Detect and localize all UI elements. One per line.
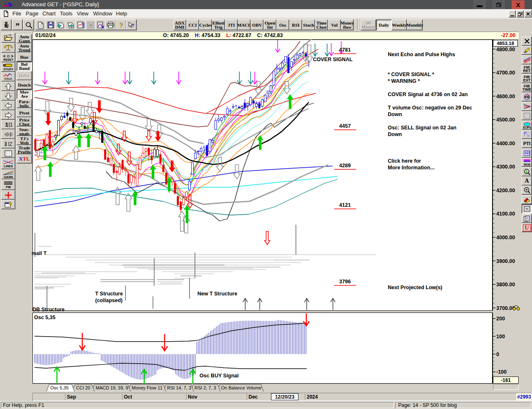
svg-text:1: 1 (5, 122, 8, 128)
svg-text:4600.00: 4600.00 (496, 94, 515, 99)
svg-text:1: 1 (10, 122, 12, 128)
svg-text:Sep: Sep (67, 394, 76, 400)
svg-text:4200.00: 4200.00 (496, 188, 515, 193)
svg-text:Nov: Nov (188, 394, 197, 400)
svg-text:On Balance Volume: On Balance Volume (221, 385, 261, 390)
svg-text:FIB: FIB (6, 185, 11, 189)
svg-text:3796: 3796 (339, 279, 351, 285)
svg-text:100: 100 (496, 334, 505, 340)
svg-text:1: 1 (525, 170, 527, 174)
svg-text:Money Flow 11: Money Flow 11 (132, 385, 163, 390)
svg-text:4781: 4781 (339, 47, 351, 53)
svg-text:RSI 14, 7, 3: RSI 14, 7, 3 (167, 385, 191, 390)
svg-text:-100: -100 (496, 369, 507, 375)
svg-text:4700.00: 4700.00 (496, 70, 515, 76)
svg-text:Elliott: Elliott (5, 77, 12, 80)
svg-text:4121: 4121 (339, 202, 351, 208)
svg-text:CCI 20: CCI 20 (76, 385, 90, 390)
svg-text:4300.00: 4300.00 (496, 164, 515, 170)
svg-text:4500.00: 4500.00 (496, 117, 515, 123)
svg-text:3900.00: 3900.00 (496, 258, 515, 264)
svg-text:4457: 4457 (339, 123, 351, 129)
svg-text:Osc 5,35: Osc 5,35 (50, 385, 69, 390)
svg-text:4400.00: 4400.00 (496, 141, 515, 146)
svg-text:FIB: FIB (525, 96, 529, 99)
svg-text:4000.00: 4000.00 (496, 235, 515, 240)
svg-text:2024: 2024 (307, 394, 318, 400)
svg-text:3800.00: 3800.00 (496, 282, 515, 288)
svg-text:MACD 19, 39, 9: MACD 19, 39, 9 (96, 385, 128, 390)
svg-text:MOB: MOB (524, 163, 530, 166)
svg-text:0: 0 (496, 352, 499, 357)
svg-text:4100.00: 4100.00 (496, 211, 515, 217)
svg-text:GANN: GANN (4, 175, 13, 178)
svg-text:RESET: RESET (3, 58, 13, 61)
svg-text:RSI 2, 7, 3: RSI 2, 7, 3 (195, 385, 216, 390)
svg-text:Dec: Dec (249, 394, 258, 400)
svg-text:STUDY: STUDY (3, 68, 13, 71)
svg-text:ELIPS: ELIPS (523, 126, 531, 129)
svg-text:4800.00: 4800.00 (496, 47, 515, 52)
svg-text:?: ? (132, 22, 135, 28)
svg-text:4289: 4289 (339, 163, 351, 169)
svg-text:LINES: LINES (4, 164, 13, 168)
svg-text:200: 200 (496, 316, 505, 322)
svg-text:Oct: Oct (124, 394, 132, 400)
